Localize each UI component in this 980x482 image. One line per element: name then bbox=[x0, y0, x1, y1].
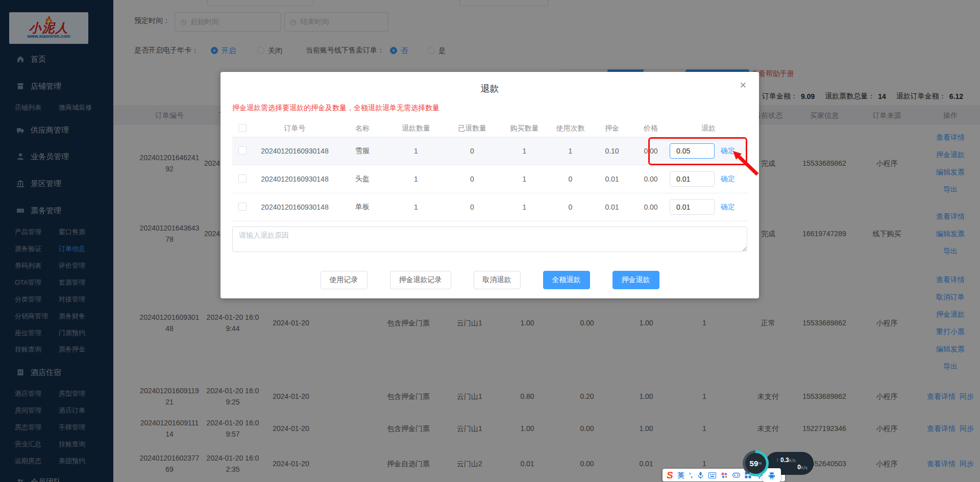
full-refund-button[interactable]: 全额退款 bbox=[543, 271, 590, 289]
dialog-title: 退款 bbox=[220, 83, 759, 95]
upload-speed: 0.3 bbox=[780, 456, 789, 464]
refund-dialog: 退款 ✕ 押金退款需选择要退款的押金及数量，全额退款退单无需选择数量 订单号 名… bbox=[220, 72, 759, 298]
col-bought-qty: 购买数量 bbox=[500, 124, 549, 133]
memory-usage-widget[interactable]: 59% bbox=[743, 450, 769, 476]
refund-item-name: 头盔 bbox=[337, 174, 388, 184]
ime-language-toggle[interactable]: 英 bbox=[678, 471, 684, 480]
deposit-amount: 0.01 bbox=[592, 203, 632, 211]
refunded-qty: 0 bbox=[444, 147, 500, 155]
used-times: 0 bbox=[549, 203, 592, 211]
col-refunded-qty: 已退数量 bbox=[444, 124, 500, 133]
download-unit: K/s bbox=[801, 465, 807, 470]
col-used-times: 使用次数 bbox=[549, 124, 592, 133]
used-times: 1 bbox=[549, 147, 592, 155]
refund-table-header: 订单号 名称 退款数量 已退数量 购买数量 使用次数 押金 价格 退款 bbox=[232, 120, 747, 137]
row-checkbox[interactable] bbox=[238, 146, 247, 155]
deposit-refund-record-button[interactable]: 押金退款记录 bbox=[390, 271, 451, 289]
usage-percent-sign: % bbox=[758, 461, 762, 466]
col-refund-name: 名称 bbox=[337, 124, 388, 133]
refund-order-no: 20240120160930148 bbox=[253, 203, 337, 211]
deposit-amount: 0.01 bbox=[592, 175, 632, 183]
refund-item-name: 单板 bbox=[337, 202, 388, 212]
refund-item-name: 雪服 bbox=[337, 146, 388, 156]
select-all-checkbox[interactable] bbox=[238, 124, 247, 132]
cancel-refund-button[interactable]: 取消退款 bbox=[474, 271, 521, 289]
price-amount: 0.00 bbox=[632, 175, 670, 183]
refund-qty: 1 bbox=[388, 203, 444, 211]
refund-row: 20240120160930148 头盔 1 0 1 0 0.01 0.00 确… bbox=[232, 165, 747, 193]
refund-amount-input[interactable] bbox=[670, 199, 715, 215]
usage-record-button[interactable]: 使用记录 bbox=[321, 271, 368, 289]
download-speed: 0 bbox=[797, 464, 801, 471]
bought-qty: 1 bbox=[500, 175, 549, 183]
refunded-qty: 0 bbox=[444, 203, 500, 211]
refund-amount-input[interactable] bbox=[670, 171, 715, 187]
dialog-buttons: 使用记录 押金退款记录 取消退款 全额退款 押金退款 bbox=[220, 271, 759, 289]
deposit-amount: 0.10 bbox=[592, 147, 632, 155]
mic-icon[interactable] bbox=[697, 472, 704, 479]
upload-unit: K/s bbox=[789, 458, 796, 463]
refund-warning-text: 押金退款需选择要退款的押金及数量，全额退款退单无需选择数量 bbox=[232, 104, 439, 113]
refund-qty: 1 bbox=[388, 175, 444, 183]
used-times: 0 bbox=[549, 175, 592, 183]
refund-reason-textarea[interactable] bbox=[232, 226, 747, 252]
keyboard-icon[interactable] bbox=[708, 472, 716, 478]
col-refund-order: 订单号 bbox=[253, 124, 337, 133]
confirm-link[interactable]: 确定 bbox=[721, 202, 735, 212]
refund-order-no: 20240120160930148 bbox=[253, 175, 337, 183]
upload-arrow-icon: ↑ bbox=[776, 456, 779, 464]
bought-qty: 1 bbox=[500, 147, 549, 155]
refund-order-no: 20240120160930148 bbox=[253, 147, 337, 155]
col-refund: 退款 bbox=[670, 124, 747, 133]
sogou-logo-icon[interactable]: S bbox=[667, 469, 673, 481]
row-checkbox[interactable] bbox=[238, 202, 247, 211]
skin-palette-icon[interactable] bbox=[721, 472, 728, 479]
refund-row: 20240120160930148 单板 1 0 1 0 0.01 0.00 确… bbox=[232, 193, 747, 221]
usage-percent: 59 bbox=[750, 459, 758, 468]
app-root: 🔥 小泥人 www.xiaoniren.com 首页 店铺管理 店铺列表 微商城… bbox=[0, 0, 980, 482]
annotation-arrow bbox=[727, 148, 763, 180]
col-refund-qty: 退款数量 bbox=[388, 124, 444, 133]
refund-qty: 1 bbox=[388, 147, 444, 155]
game-controller-icon[interactable] bbox=[732, 472, 740, 478]
deposit-refund-button[interactable]: 押金退款 bbox=[612, 271, 659, 289]
refunded-qty: 0 bbox=[444, 175, 500, 183]
row-checkbox[interactable] bbox=[238, 174, 247, 183]
ime-punctuation-toggle[interactable]: ’, bbox=[689, 471, 693, 479]
price-amount: 0.00 bbox=[632, 203, 670, 211]
close-icon[interactable]: ✕ bbox=[740, 80, 747, 91]
bought-qty: 1 bbox=[500, 203, 549, 211]
col-deposit: 押金 bbox=[592, 124, 632, 133]
col-price: 价格 bbox=[632, 124, 670, 133]
